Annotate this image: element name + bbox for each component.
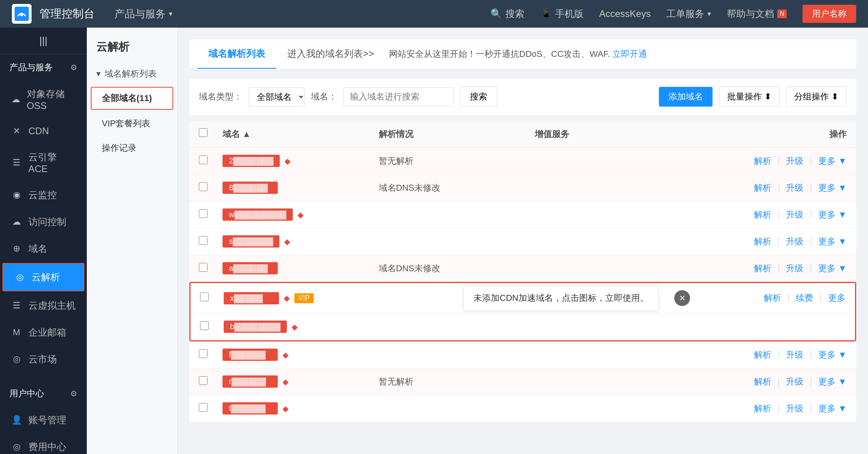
access-keys-nav[interactable]: AccessKeys <box>599 8 651 19</box>
ticket-nav[interactable]: 工单服务 ▾ <box>666 8 711 20</box>
sidebar2: 云解析 ▾ 域名解析列表 全部域名(11) VIP套餐列表 操作记录 <box>87 28 178 454</box>
action-more[interactable]: 更多 ▼ <box>818 263 847 274</box>
row-checkbox[interactable] <box>199 182 223 193</box>
sidebar-section-user: 用户中心 ⚙ 👤 账号管理 ◎ 费用中心 <box>0 381 87 454</box>
action-resolve[interactable]: 解析 <box>754 376 771 388</box>
action-resolve[interactable]: 解析 <box>754 182 771 194</box>
action-upgrade[interactable]: 升级 <box>786 182 803 194</box>
row-checkbox[interactable] <box>199 236 223 247</box>
action-resolve[interactable]: 解析 <box>754 403 771 415</box>
domain-type-select[interactable]: 全部域名 <box>249 87 305 107</box>
action-resolve[interactable]: 解析 <box>764 292 781 304</box>
topbar-title: 管理控制台 <box>39 6 95 21</box>
sidebar-item-monitor[interactable]: ◉ 云监控 <box>0 182 87 208</box>
svg-point-1 <box>20 13 23 16</box>
row-checkbox[interactable] <box>200 321 224 332</box>
row-checkbox[interactable] <box>199 403 223 414</box>
dns-icon: ◎ <box>14 272 25 282</box>
sidebar-item-billing[interactable]: ◎ 费用中心 <box>0 433 87 454</box>
sidebar-item-vm[interactable]: ☰ 云虚拟主机 <box>0 292 87 319</box>
sidebar-item-access[interactable]: ☁ 访问控制 <box>0 208 87 235</box>
oss-icon: ☁ <box>11 94 21 105</box>
tab-domain-list[interactable]: 域名解析列表 <box>197 39 276 69</box>
table-row: 2▓▓▓▓▓▓▓ ◆ 暂无解析 解析 | 升级 | 更多 ▼ <box>189 148 856 174</box>
add-domain-button[interactable]: 添加域名 <box>659 87 713 107</box>
table-row: f▓▓▓▓▓▓ ◆ 解析 | 升级 | 更多 ▼ <box>189 341 856 368</box>
group-ops-button[interactable]: 分组操作 ⬍ <box>786 86 847 107</box>
diamond-icon: ◆ <box>297 210 303 219</box>
promo-link[interactable]: 立即开通 <box>612 49 647 59</box>
action-upgrade[interactable]: 升级 <box>786 403 803 415</box>
sidebar-item-account[interactable]: 👤 账号管理 <box>0 407 87 433</box>
sidebar-section-products-header[interactable]: 产品与服务 ⚙ <box>0 54 87 81</box>
action-more[interactable]: 更多 ▼ <box>818 236 847 248</box>
sidebar-item-cdn[interactable]: ✕ CDN <box>0 118 87 144</box>
domain-search-input[interactable] <box>343 87 454 106</box>
sidebar-item-domain[interactable]: ⊕ 域名 <box>0 235 87 262</box>
action-upgrade[interactable]: 升级 <box>786 155 803 167</box>
status-cell: 暂无解析 <box>379 376 535 388</box>
action-more[interactable]: 更多 ▼ <box>818 209 847 221</box>
action-more[interactable]: 更多 <box>828 292 846 304</box>
table-row: x▓▓▓▓▓ ◆ VIP ✕ 未添加CDN加速域名，点击图标，立即使用。 解析 … <box>191 283 855 313</box>
action-more[interactable]: 更多 ▼ <box>818 403 847 415</box>
topbar-actions: 🔍 搜索 📱 手机版 AccessKeys 工单服务 ▾ 帮助与文档 N 用户名… <box>490 5 856 23</box>
row-checkbox[interactable] <box>200 293 224 304</box>
search-button[interactable]: 搜索 <box>460 86 497 107</box>
action-more[interactable]: 更多 ▼ <box>818 376 847 388</box>
select-all-checkbox[interactable] <box>199 128 208 137</box>
user-account[interactable]: 用户名称 <box>803 5 856 23</box>
help-nav[interactable]: 帮助与文档 N <box>727 8 787 20</box>
chevron-down-icon: ⬍ <box>831 92 838 102</box>
row-checkbox[interactable] <box>199 376 223 387</box>
topbar-nav-products[interactable]: 产品与服务 ▾ <box>114 7 172 21</box>
batch-ops-button[interactable]: 批量操作 ⬍ <box>719 86 780 107</box>
sidebar-item-mail[interactable]: M 企业邮箱 <box>0 319 87 346</box>
chevron-down-icon: ▾ <box>707 9 711 18</box>
action-more[interactable]: 更多 ▼ <box>818 349 847 361</box>
table-header-checkbox[interactable] <box>199 128 223 140</box>
action-more[interactable]: 更多 ▼ <box>818 155 847 167</box>
sidebar-item-oss[interactable]: ☁ 对象存储OSS <box>0 81 87 118</box>
sidebar-item-dns[interactable]: ◎ 云解析 <box>2 263 84 291</box>
action-resolve[interactable]: 解析 <box>754 155 771 167</box>
diamond-icon: ◆ <box>284 293 290 303</box>
action-resolve[interactable]: 解析 <box>754 349 771 361</box>
action-upgrade[interactable]: 升级 <box>786 209 803 221</box>
action-links: 解析 | 升级 | 更多 ▼ <box>691 403 847 415</box>
sidebar-section-user-header[interactable]: 用户中心 ⚙ <box>0 381 87 407</box>
row-checkbox[interactable] <box>199 263 223 274</box>
mobile-nav[interactable]: 📱 手机版 <box>540 8 584 20</box>
tab-my-domain[interactable]: 进入我的域名列表>> <box>276 39 385 69</box>
gear-icon: ⚙ <box>70 63 77 72</box>
close-button[interactable]: ✕ <box>674 290 690 306</box>
sidebar2-item-vip-packages[interactable]: VIP套餐列表 <box>87 111 177 136</box>
row-checkbox[interactable] <box>199 156 223 167</box>
table-row: a▓▓▓▓▓▓ 域名DNS未修改 解析 | 升级 | 更多 ▼ <box>189 255 856 282</box>
diamond-icon: ◆ <box>284 237 290 246</box>
action-upgrade[interactable]: 升级 <box>786 236 803 248</box>
action-upgrade[interactable]: 升级 <box>786 349 803 361</box>
sidebar-item-market[interactable]: ◎ 云市场 <box>0 346 87 373</box>
action-resolve[interactable]: 解析 <box>754 236 771 248</box>
sidebar-collapse-button[interactable]: ||| <box>0 28 87 54</box>
domain-redacted: x▓▓▓▓▓ <box>224 292 279 304</box>
row-checkbox[interactable] <box>199 349 223 360</box>
sidebar2-item-operation-log[interactable]: 操作记录 <box>87 136 177 160</box>
sidebar-item-ace[interactable]: ☰ 云引擎ACE <box>0 144 87 182</box>
action-upgrade[interactable]: 升级 <box>786 376 803 388</box>
action-upgrade[interactable]: 升级 <box>786 263 803 274</box>
row-checkbox[interactable] <box>199 209 223 220</box>
action-more[interactable]: 更多 ▼ <box>818 182 847 194</box>
sidebar2-section-header[interactable]: ▾ 域名解析列表 <box>87 62 177 85</box>
domain-cell: f▓▓▓▓▓▓ ◆ <box>223 349 379 361</box>
action-links: 解析 | 升级 | 更多 ▼ <box>691 209 847 221</box>
search-nav[interactable]: 🔍 搜索 <box>490 8 524 20</box>
action-resolve[interactable]: 解析 <box>754 209 771 221</box>
domain-redacted: s▓▓▓▓▓▓▓ <box>223 235 279 248</box>
action-resolve[interactable]: 解析 <box>754 263 771 274</box>
app-logo <box>12 4 32 24</box>
main-content: 域名解析列表 进入我的域名列表>> 网站安全从这里开始！一秒开通抗DDoS、CC… <box>178 28 868 454</box>
sidebar2-item-all-domains[interactable]: 全部域名(11) <box>91 87 173 110</box>
action-renew[interactable]: 续费 <box>796 292 813 304</box>
